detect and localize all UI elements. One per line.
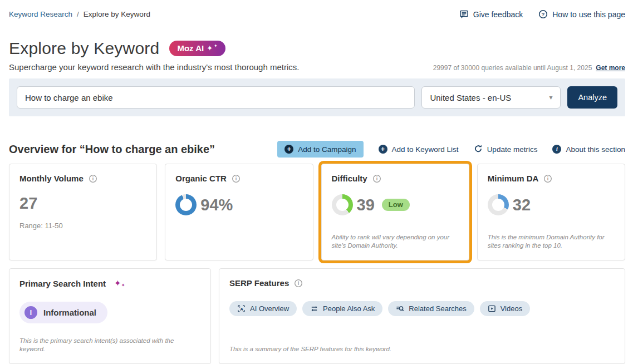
search-band: United States - en-US ▾ Analyze — [9, 78, 625, 116]
info-icon[interactable]: i — [543, 174, 552, 183]
quota-text: 29997 of 30000 queries available until A… — [433, 64, 592, 72]
info-icon[interactable]: i — [232, 174, 241, 183]
chip-label: Related Searches — [409, 304, 466, 313]
monthly-volume-value: 27 — [19, 194, 37, 213]
top-bar: Keyword Research / Explore by Keyword Gi… — [9, 0, 625, 19]
add-to-campaign-button[interactable]: + Add to Campaign — [277, 141, 363, 158]
how-to-use-button[interactable]: ? How to use this page — [538, 9, 625, 19]
how-to-use-label: How to use this page — [552, 10, 625, 19]
breadcrumb-separator: / — [77, 10, 79, 18]
chip-related-searches[interactable]: Related Searches — [388, 301, 474, 316]
query-quota: 29997 of 30000 queries available until A… — [433, 64, 625, 72]
refresh-icon — [474, 144, 483, 155]
plus-circle-icon: + — [379, 145, 387, 154]
ai-sparkles-icon: ✦✦ — [114, 278, 125, 288]
svg-text:i: i — [92, 176, 94, 181]
difficulty-note: Ability to rank will vary depending on y… — [332, 225, 459, 250]
search-intent-note: This is the primary search intent(s) ass… — [19, 329, 200, 354]
chip-label: AI Overview — [250, 304, 289, 313]
give-feedback-label: Give feedback — [473, 10, 523, 19]
svg-text:A: A — [240, 307, 243, 312]
about-this-section-button[interactable]: i About this section — [552, 145, 625, 154]
bottom-cards-row: Primary Search Intent ✦✦ I Informational… — [9, 268, 625, 364]
svg-text:?: ? — [542, 11, 545, 17]
organic-ctr-value: 94% — [200, 196, 233, 214]
people-also-ask-icon — [310, 304, 318, 313]
chip-people-also-ask[interactable]: People Also Ask — [302, 301, 382, 316]
difficulty-low-badge: Low — [382, 199, 410, 211]
serp-features-title: SERP Features — [229, 278, 289, 288]
svg-text:i: i — [547, 176, 549, 181]
explore-by-keyword-page: Keyword Research / Explore by Keyword Gi… — [0, 0, 633, 364]
feedback-bubble-icon — [459, 9, 469, 19]
locale-selected-value: United States - en-US — [430, 93, 511, 102]
difficulty-donut-chart — [332, 194, 353, 215]
serp-features-card: SERP Features i A+ AI Overview People Al… — [219, 268, 625, 364]
page-title: Explore by Keyword — [9, 39, 159, 58]
info-icon[interactable]: i — [294, 279, 303, 288]
overview-actions: + Add to Campaign + Add to Keyword List … — [277, 141, 625, 158]
keyword-input[interactable] — [17, 86, 415, 109]
difficulty-value: 39 — [357, 196, 375, 214]
serp-feature-chips: A+ AI Overview People Also Ask Related S… — [229, 301, 615, 316]
top-links: Give feedback ? How to use this page — [459, 9, 625, 19]
serp-features-note: This is a summary of the SERP features f… — [229, 337, 615, 354]
svg-text:i: i — [376, 176, 377, 181]
difficulty-title: Difficulty — [332, 174, 367, 183]
metric-cards-row: Monthly Volume i 27 Range: 11-50 Organic… — [9, 164, 625, 260]
plus-circle-icon: + — [284, 145, 293, 154]
difficulty-card: Difficulty i 39 Low Ability to rank will… — [321, 164, 469, 260]
minimum-da-card: Minimum DA i 32 This is the minimum Doma… — [477, 164, 625, 260]
organic-ctr-donut-chart — [175, 194, 197, 215]
get-more-link[interactable]: Get more — [596, 64, 625, 72]
update-metrics-button[interactable]: Update metrics — [474, 144, 538, 155]
minimum-da-note: This is the minimum Domain Authority for… — [488, 225, 615, 250]
add-to-campaign-label: Add to Campaign — [298, 145, 356, 154]
organic-ctr-title: Organic CTR — [175, 174, 227, 183]
svg-text:i: i — [298, 281, 300, 286]
intent-pill-informational: I Informational — [19, 302, 107, 323]
page-subtitle: Supercharge your keyword research with t… — [9, 62, 299, 72]
question-circle-icon: ? — [538, 9, 548, 19]
breadcrumb-keyword-research-link[interactable]: Keyword Research — [9, 10, 72, 18]
moz-ai-badge-label: Moz AI — [177, 43, 204, 53]
overview-heading: Overview for “How to charge an ebike” — [9, 143, 215, 156]
locale-dropdown[interactable]: United States - en-US ▾ — [421, 86, 561, 109]
videos-icon — [488, 304, 496, 313]
sparkle-small-icon: ✦ — [214, 43, 218, 48]
about-this-section-label: About this section — [566, 145, 625, 154]
monthly-volume-range: Range: 11-50 — [19, 222, 146, 230]
minimum-da-title: Minimum DA — [488, 174, 539, 183]
info-icon[interactable]: i — [372, 174, 381, 183]
intent-label: Informational — [43, 308, 96, 317]
moz-ai-badge: Moz AI ✦ ✦ — [169, 41, 225, 56]
minimum-da-value: 32 — [513, 196, 531, 214]
chip-label: People Also Ask — [323, 304, 375, 313]
add-to-keyword-list-label: Add to Keyword List — [392, 145, 459, 154]
minimum-da-donut-chart — [488, 194, 509, 215]
primary-search-intent-card: Primary Search Intent ✦✦ I Informational… — [9, 268, 211, 364]
analyze-button[interactable]: Analyze — [567, 86, 617, 109]
chip-videos[interactable]: Videos — [480, 301, 531, 316]
related-searches-icon — [396, 304, 404, 313]
give-feedback-button[interactable]: Give feedback — [459, 9, 523, 19]
monthly-volume-card: Monthly Volume i 27 Range: 11-50 — [9, 164, 157, 260]
chip-ai-overview[interactable]: A+ AI Overview — [229, 301, 297, 316]
monthly-volume-title: Monthly Volume — [19, 174, 84, 183]
hero-section: Explore by Keyword Moz AI ✦ ✦ Supercharg… — [9, 39, 625, 72]
overview-header: Overview for “How to charge an ebike” + … — [9, 141, 625, 158]
breadcrumb: Keyword Research / Explore by Keyword — [9, 10, 150, 18]
ai-overview-icon: A+ — [237, 304, 246, 313]
sparkle-icon: ✦ — [207, 44, 213, 52]
info-icon[interactable]: i — [89, 174, 97, 183]
svg-text:i: i — [235, 176, 237, 181]
informational-icon: I — [24, 306, 37, 319]
chip-label: Videos — [500, 304, 523, 313]
update-metrics-label: Update metrics — [487, 145, 538, 154]
breadcrumb-current: Explore by Keyword — [84, 10, 150, 18]
chevron-down-icon: ▾ — [549, 94, 552, 101]
primary-search-intent-title: Primary Search Intent — [19, 279, 106, 288]
add-to-keyword-list-button[interactable]: + Add to Keyword List — [379, 145, 459, 154]
organic-ctr-card: Organic CTR i 94% — [165, 164, 313, 260]
info-filled-icon: i — [552, 145, 561, 154]
